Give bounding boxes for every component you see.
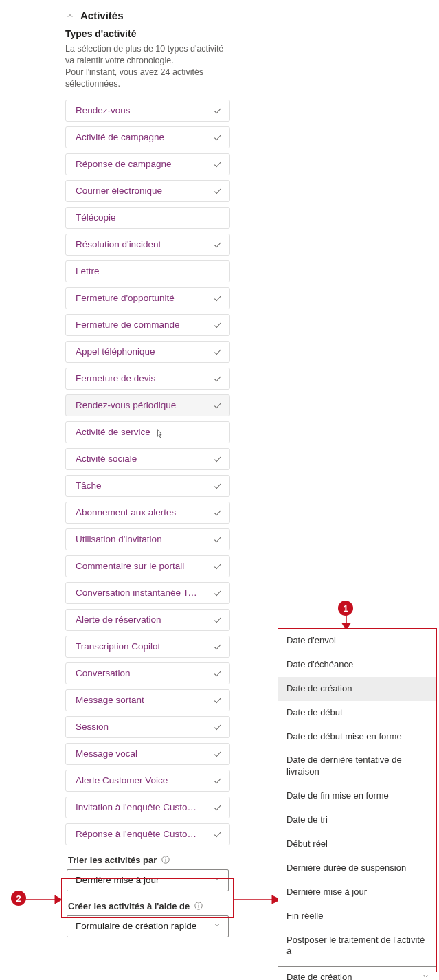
activity-label: Tâche: [76, 480, 102, 491]
info-icon[interactable]: [161, 855, 170, 865]
check-icon: [213, 722, 223, 732]
check-icon: [213, 293, 223, 303]
activity-item[interactable]: Alerte de réservation: [65, 609, 230, 631]
activity-item[interactable]: Fermeture d'opportunité: [65, 287, 230, 309]
activity-label: Conversation instantanée Teams: [76, 588, 199, 598]
dropdown-option[interactable]: Fin réelle: [278, 904, 436, 928]
check-icon: [213, 401, 223, 410]
check-icon: [213, 695, 223, 705]
check-icon: [213, 481, 223, 491]
activity-item[interactable]: Alerte Customer Voice: [65, 770, 230, 792]
activity-item[interactable]: Rendez-vous périodique: [65, 394, 230, 416]
activity-item[interactable]: Transcription Copilot: [65, 636, 230, 658]
dropdown-option[interactable]: Date de dernière tentative de livraison: [278, 748, 436, 784]
dropdown-option[interactable]: Date d'envoi: [278, 629, 436, 653]
check-icon: [213, 588, 223, 598]
check-icon: [213, 508, 223, 517]
activity-list: Rendez-vousActivité de campagneRéponse d…: [65, 100, 230, 845]
check-icon: [213, 347, 223, 357]
activity-item[interactable]: Activité de service: [65, 421, 230, 443]
sort-dropdown: Date d'envoiDate d'échéanceDate de créat…: [278, 629, 436, 937]
activity-label: Alerte Customer Voice: [76, 775, 168, 786]
activity-item[interactable]: Invitation à l'enquête Customer Voice: [65, 797, 230, 818]
activity-label: Activité de service: [76, 427, 150, 437]
arrow-right-icon: [26, 895, 62, 906]
arrow-right-icon: [234, 895, 280, 906]
activity-item[interactable]: Télécopie: [65, 207, 230, 229]
activity-item[interactable]: Résolution d'incident: [65, 234, 230, 256]
check-icon: [213, 615, 223, 625]
section-header[interactable]: Activités: [65, 10, 230, 21]
activity-item[interactable]: Conversation instantanée Teams: [65, 582, 230, 604]
activity-item[interactable]: Appel téléphonique: [65, 341, 230, 363]
activity-item[interactable]: Utilisation d'invitation: [65, 528, 230, 550]
check-icon: [213, 133, 223, 142]
activity-item[interactable]: Lettre: [65, 260, 230, 282]
check-icon: [213, 535, 223, 544]
dropdown-option[interactable]: Date de début: [278, 701, 436, 725]
check-icon: [213, 454, 223, 464]
activity-label: Rendez-vous: [76, 105, 131, 115]
activity-label: Message vocal: [76, 748, 137, 759]
activity-item[interactable]: Fermeture de devis: [65, 368, 230, 390]
create-value: Formulaire de création rapide: [76, 921, 196, 931]
check-icon: [213, 186, 223, 196]
activity-item[interactable]: Réponse à l'enquête Customer Voice: [65, 823, 230, 845]
section-subtitle: Types d'activité: [65, 28, 230, 39]
activity-label: Session: [76, 722, 109, 732]
activity-label: Commentaire sur le portail: [76, 561, 184, 571]
dropdown-option[interactable]: Date de tri: [278, 808, 436, 832]
activity-label: Abonnement aux alertes: [76, 507, 176, 517]
activity-item[interactable]: Conversation: [65, 662, 230, 684]
activity-label: Réponse de campagne: [76, 159, 172, 169]
activity-item[interactable]: Message vocal: [65, 743, 230, 765]
activity-item[interactable]: Réponse de campagne: [65, 153, 230, 175]
activity-label: Appel téléphonique: [76, 346, 155, 357]
activity-item[interactable]: Abonnement aux alertes: [65, 502, 230, 524]
dropdown-option[interactable]: Début réel: [278, 832, 436, 856]
activity-label: Télécopie: [76, 212, 116, 223]
callout-marker-1: 1: [338, 601, 353, 616]
svg-point-2: [166, 858, 166, 858]
check-icon: [213, 749, 223, 759]
dropdown-option[interactable]: Date de début mise en forme: [278, 725, 436, 749]
activity-item[interactable]: Message sortant: [65, 689, 230, 711]
section-helper: La sélection de plus de 10 types d'activ…: [65, 43, 230, 90]
activity-label: Message sortant: [76, 695, 144, 705]
activity-label: Activité sociale: [76, 454, 137, 464]
activity-label: Transcription Copilot: [76, 641, 160, 652]
activity-label: Invitation à l'enquête Customer Voice: [76, 802, 199, 812]
dropdown-option[interactable]: Date de fin mise en forme: [278, 784, 436, 808]
activity-label: Réponse à l'enquête Customer Voice: [76, 829, 199, 839]
activity-label: Rendez-vous périodique: [76, 400, 176, 410]
check-icon: [213, 159, 223, 169]
activity-label: Courrier électronique: [76, 186, 162, 196]
create-select[interactable]: Formulaire de création rapide: [67, 915, 229, 937]
activity-label: Utilisation d'invitation: [76, 534, 162, 544]
dropdown-option[interactable]: Postposer le traitement de l'activité à: [278, 928, 436, 937]
section-title: Activités: [80, 10, 124, 21]
activity-label: Lettre: [76, 266, 100, 276]
activity-item[interactable]: Rendez-vous: [65, 100, 230, 122]
activity-item[interactable]: Session: [65, 716, 230, 738]
activity-item[interactable]: Courrier électronique: [65, 180, 230, 202]
activity-item[interactable]: Tâche: [65, 475, 230, 497]
activity-item[interactable]: Activité de campagne: [65, 126, 230, 148]
svg-marker-11: [55, 895, 62, 904]
dropdown-option[interactable]: Dernière durée de suspension: [278, 856, 436, 880]
activities-panel: Activités Types d'activité La sélection …: [65, 0, 230, 937]
sort-label: Trier les activités par: [68, 855, 157, 865]
check-icon: [213, 829, 223, 839]
chevron-up-icon: [65, 11, 75, 21]
activity-item[interactable]: Activité sociale: [65, 448, 230, 470]
check-icon: [213, 320, 223, 330]
dropdown-option[interactable]: Date de création: [278, 677, 436, 701]
check-icon: [213, 561, 223, 571]
check-icon: [213, 776, 223, 786]
check-icon: [213, 106, 223, 115]
activity-label: Activité de campagne: [76, 132, 164, 142]
activity-item[interactable]: Commentaire sur le portail: [65, 555, 230, 577]
activity-item[interactable]: Fermeture de commande: [65, 314, 230, 336]
dropdown-option[interactable]: Date d'échéance: [278, 653, 436, 677]
dropdown-option[interactable]: Dernière mise à jour: [278, 880, 436, 904]
